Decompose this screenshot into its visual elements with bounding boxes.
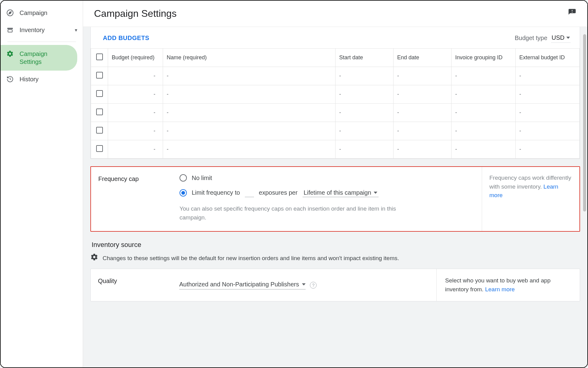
gear-icon: [6, 50, 14, 58]
quality-select[interactable]: Authorized and Non-Participating Publish…: [179, 281, 306, 289]
frequency-cap-label-area: Frequency cap: [91, 167, 180, 231]
sidebar-item-campaign[interactable]: Campaign: [1, 4, 83, 21]
table-cell[interactable]: -: [516, 122, 580, 140]
add-budgets-button[interactable]: ADD BUDGETS: [103, 35, 149, 42]
table-cell[interactable]: -: [163, 122, 336, 140]
chevron-down-icon: ▾: [75, 27, 77, 33]
table-header-row: Budget (required) Name (required) Start …: [91, 49, 580, 67]
radio-limit[interactable]: [180, 189, 187, 197]
table-cell[interactable]: -: [452, 67, 516, 85]
inventory-note-row: Changes to these settings will be the de…: [90, 253, 580, 263]
inventory-source-title: Inventory source: [92, 241, 580, 249]
col-invoice: Invoice grouping ID: [452, 49, 516, 67]
table-cell[interactable]: -: [452, 85, 516, 104]
radio-no-limit[interactable]: [180, 174, 187, 182]
sidebar-item-campaign-settings[interactable]: Campaign Settings: [1, 45, 77, 71]
budget-table: Budget (required) Name (required) Start …: [91, 48, 580, 159]
table-cell[interactable]: -: [516, 104, 580, 122]
history-icon: [6, 75, 14, 83]
table-row: ------: [91, 140, 580, 159]
svg-rect-2: [7, 28, 13, 29]
table-cell[interactable]: -: [452, 122, 516, 140]
sidebar-item-label: Campaign: [20, 9, 47, 17]
frequency-side-text: Frequency caps work differently with som…: [489, 175, 571, 190]
table-cell[interactable]: -: [163, 67, 336, 85]
sidebar-item-label: History: [20, 76, 38, 83]
table-cell[interactable]: -: [516, 67, 580, 85]
radio-no-limit-row[interactable]: No limit: [180, 174, 476, 182]
row-checkbox[interactable]: [96, 109, 103, 115]
table-cell[interactable]: -: [108, 104, 163, 122]
learn-more-link[interactable]: Learn more: [485, 286, 515, 293]
frequency-hint: You can also set specific frequency caps…: [180, 204, 399, 222]
table-cell[interactable]: -: [394, 122, 452, 140]
col-budget: Budget (required): [108, 49, 163, 67]
header: Campaign Settings: [83, 1, 587, 27]
table-cell[interactable]: -: [394, 67, 452, 85]
table-cell[interactable]: -: [108, 85, 163, 104]
table-cell[interactable]: -: [108, 122, 163, 140]
quality-side-help: Select who you want to buy web and app i…: [436, 269, 580, 301]
limit-mid: exposures per: [259, 189, 298, 196]
table-cell[interactable]: -: [516, 140, 580, 159]
table-row: ------: [91, 67, 580, 85]
quality-label-area: Quality: [91, 269, 179, 301]
col-start: Start date: [336, 49, 394, 67]
col-end: End date: [394, 49, 452, 67]
row-checkbox[interactable]: [96, 90, 103, 97]
budget-type-value: USD: [552, 34, 564, 41]
period-select[interactable]: Lifetime of this campaign: [303, 189, 379, 197]
row-checkbox[interactable]: [96, 72, 103, 79]
table-row: ------: [91, 85, 580, 104]
help-icon[interactable]: ?: [310, 282, 317, 289]
table-cell[interactable]: -: [452, 140, 516, 159]
svg-marker-1: [9, 12, 11, 14]
table-cell[interactable]: -: [163, 140, 336, 159]
radio-limit-row[interactable]: Limit frequency to exposures per Lifetim…: [180, 188, 476, 197]
frequency-cap-card: Frequency cap No limit Limit frequency t…: [90, 166, 580, 232]
feedback-icon[interactable]: [568, 8, 576, 19]
inventory-note: Changes to these settings will be the de…: [103, 255, 399, 262]
sidebar: Campaign Inventory ▾ Campaign Settings H…: [1, 1, 83, 367]
table-cell[interactable]: -: [336, 122, 394, 140]
main-content: Campaign Settings ADD BUDGETS Budget typ…: [83, 1, 587, 367]
quality-controls: Authorized and Non-Participating Publish…: [179, 269, 436, 301]
table-cell[interactable]: -: [336, 85, 394, 104]
scrollbar[interactable]: [583, 34, 586, 212]
sidebar-item-label: Inventory: [20, 27, 45, 34]
budget-type: Budget type USD: [515, 33, 571, 43]
chevron-down-icon: [302, 283, 306, 285]
table-cell[interactable]: -: [336, 104, 394, 122]
svg-rect-3: [8, 30, 12, 32]
table-cell[interactable]: -: [394, 104, 452, 122]
row-checkbox[interactable]: [96, 145, 103, 152]
exposures-input[interactable]: [245, 188, 254, 197]
table-cell[interactable]: -: [394, 85, 452, 104]
frequency-cap-title: Frequency cap: [98, 175, 172, 182]
archive-icon: [6, 26, 14, 34]
table-cell[interactable]: -: [336, 67, 394, 85]
row-checkbox[interactable]: [96, 127, 103, 134]
table-cell[interactable]: -: [108, 140, 163, 159]
frequency-cap-controls: No limit Limit frequency to exposures pe…: [180, 167, 482, 231]
gear-icon: [90, 253, 98, 263]
table-cell[interactable]: -: [163, 85, 336, 104]
sidebar-item-label: Campaign Settings: [20, 50, 47, 66]
sidebar-item-inventory[interactable]: Inventory ▾: [1, 21, 83, 39]
table-row: ------: [91, 122, 580, 140]
table-cell[interactable]: -: [452, 104, 516, 122]
compass-icon: [6, 9, 14, 17]
table-cell[interactable]: -: [108, 67, 163, 85]
select-all-checkbox[interactable]: [96, 53, 103, 60]
budget-card: ADD BUDGETS Budget type USD Budget (requ: [90, 27, 580, 159]
budget-type-select[interactable]: USD: [551, 33, 571, 43]
limit-prefix: Limit frequency to: [192, 189, 240, 196]
radio-no-limit-label: No limit: [192, 175, 212, 182]
table-cell[interactable]: -: [163, 104, 336, 122]
table-cell[interactable]: -: [516, 85, 580, 104]
sidebar-item-history[interactable]: History: [1, 71, 83, 88]
chevron-down-icon: [374, 192, 377, 194]
table-cell[interactable]: -: [394, 140, 452, 159]
table-cell[interactable]: -: [336, 140, 394, 159]
table-row: ------: [91, 104, 580, 122]
